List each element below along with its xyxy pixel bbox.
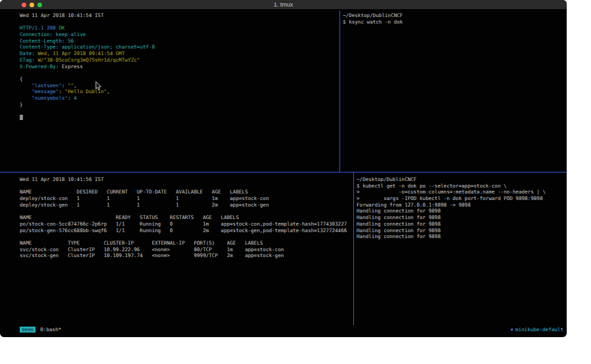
terminal-cursor	[20, 115, 23, 120]
pod-table-row: po/stock-gen-576cc688bb-swqf6 1/1 Runnin…	[20, 228, 353, 234]
command-line: $ kubectl get -n dok po --selector=app=s…	[357, 183, 567, 190]
separator: :	[58, 89, 64, 94]
http-status-code: 1.1 200	[35, 25, 56, 31]
json-field-line: "lastseen": "",	[20, 83, 339, 89]
command-line: $ ksync watch -n dok	[343, 19, 567, 26]
header-value: keep-alive	[53, 31, 85, 37]
http-status-line: HTTP/1.1 200 OK	[20, 25, 339, 31]
separator: :	[62, 83, 68, 89]
pane-ksync[interactable]: ~/Desktop/DublinCNCF $ ksync watch -n do…	[340, 10, 567, 172]
indent	[20, 89, 32, 94]
header-value: application/json; charset=utf-8	[58, 44, 154, 50]
header-value: 56	[65, 38, 74, 44]
output-line: Handling connection for 9898	[357, 214, 567, 221]
separator: :	[68, 95, 74, 101]
http-header-line: ETag: W/"38-05coCsrg3mQ75sHr1d/qcMTwYZc"	[20, 57, 339, 64]
pod-table-row: po/stock-con-5cc874766c-2p6rp 1/1 Runnin…	[20, 221, 353, 228]
blank-line	[20, 19, 339, 26]
http-protocol: HTTP/	[20, 25, 35, 31]
http-status-reason: OK	[56, 25, 65, 31]
json-field-line: "message": "Hello Dublin",	[20, 89, 339, 95]
terminal-window: 1. tmux Wed 11 Apr 2018 10:41:54 IST HTT…	[0, 0, 567, 337]
deploy-table-row: deploy/stock-gen 1 1 1 1 2m app=stock-ge…	[20, 202, 353, 209]
comma: ,	[107, 89, 110, 94]
pod-table-header: NAME READY STATUS RESTARTS AGE LABELS	[20, 214, 353, 221]
http-header-line: X-Powered-By: Express	[20, 64, 339, 70]
cwd-line: ~/Desktop/DublinCNCF	[357, 176, 567, 183]
svc-table-row: svc/stock-gen ClusterIP 10.109.197.74 <n…	[20, 253, 353, 259]
window-titlebar[interactable]: 1. tmux	[0, 0, 567, 10]
blank-line	[20, 70, 339, 76]
comma: ,	[74, 83, 77, 89]
json-key: "lastseen"	[32, 83, 62, 89]
header-value: Express	[58, 64, 83, 70]
json-field-line: "numsymbols": 4	[20, 95, 339, 102]
header-name: X-Powered-By:	[20, 64, 58, 70]
indent	[20, 95, 32, 101]
window-tab-bash[interactable]: 0:bash*	[40, 327, 61, 333]
json-value: 4	[74, 95, 77, 101]
indent	[20, 83, 32, 89]
output-line: Handling connection for 9898	[357, 228, 567, 234]
json-close-brace: }	[20, 102, 339, 108]
blank-line	[20, 233, 353, 240]
pane-port-forward[interactable]: ~/Desktop/DublinCNCF $ kubectl get -n do…	[354, 172, 567, 325]
header-name: Date:	[20, 51, 35, 56]
blank-line	[20, 108, 339, 114]
tmux-status-bar: demo 0:bash* ⎈minikube:default	[0, 326, 567, 333]
session-name: demo	[20, 327, 35, 333]
timestamp-line: Wed 11 Apr 2018 10:41:56 IST	[20, 176, 353, 183]
pane-http-output[interactable]: Wed 11 Apr 2018 10:41:54 IST HTTP/1.1 20…	[0, 10, 339, 172]
deploy-table-row: deploy/stock-con 1 1 1 1 1m app=stock-co…	[20, 195, 353, 202]
header-value: Wed, 11 Apr 2018 09:41:54 GMT	[35, 51, 125, 56]
kubernetes-helm-icon: ⎈	[510, 327, 514, 333]
json-key: "numsymbols"	[32, 95, 68, 101]
json-key: "message"	[32, 89, 58, 94]
brace: {	[20, 76, 23, 82]
pane-kubectl-watch[interactable]: Wed 11 Apr 2018 10:41:56 IST NAME DESIRE…	[0, 172, 353, 325]
json-value: ""	[68, 83, 74, 89]
blank-line	[20, 183, 353, 190]
brace: }	[20, 102, 23, 108]
http-header-line: Content-Length: 56	[20, 38, 339, 45]
json-open-brace: {	[20, 76, 339, 83]
json-value: "Hello Dublin"	[65, 89, 107, 94]
output-line: Handling connection for 9898	[357, 208, 567, 214]
svc-table-row: svc/stock-con ClusterIP 10.99.222.96 <no…	[20, 247, 353, 253]
command-continuation-line: > xargs -IPOD kubectl -n dok port-forwar…	[357, 195, 567, 202]
kube-context-label: minikube:default	[515, 327, 563, 333]
output-line: Handling connection for 9898	[357, 221, 567, 228]
http-header-line: Connection: keep-alive	[20, 31, 339, 38]
header-name: Connection:	[20, 31, 53, 37]
http-header-line: Content-Type: application/json; charset=…	[20, 44, 339, 51]
http-header-line: Date: Wed, 11 Apr 2018 09:41:54 GMT	[20, 51, 339, 57]
command-continuation-line: > -o=custom-columns=:metadata.name --no-…	[357, 189, 567, 195]
blank-line	[20, 208, 353, 214]
svc-table-header: NAME TYPE CLUSTER-IP EXTERNAL-IP PORT(S)…	[20, 240, 353, 247]
cwd-line: ~/Desktop/DublinCNCF	[343, 12, 567, 19]
window-title: 1. tmux	[0, 1, 567, 8]
timestamp-line: Wed 11 Apr 2018 10:41:54 IST	[20, 12, 339, 19]
deploy-table-header: NAME DESIRED CURRENT UP-TO-DATE AVAILABL…	[20, 189, 353, 195]
header-name: Content-Type:	[20, 44, 58, 50]
header-name: ETag:	[20, 57, 35, 63]
kube-status: ⎈minikube:default	[510, 327, 563, 333]
output-line: Handling connection for 9898	[357, 233, 567, 240]
desktop: 1. tmux Wed 11 Apr 2018 10:41:54 IST HTT…	[0, 0, 591, 364]
header-value: W/"38-05coCsrg3mQ75sHr1d/qcMTwYZc"	[35, 57, 140, 63]
output-line: Forwarding from 127.0.0.1:9898 -> 9898	[357, 202, 567, 209]
header-name: Content-Length:	[20, 38, 65, 44]
cursor-line	[20, 114, 339, 121]
